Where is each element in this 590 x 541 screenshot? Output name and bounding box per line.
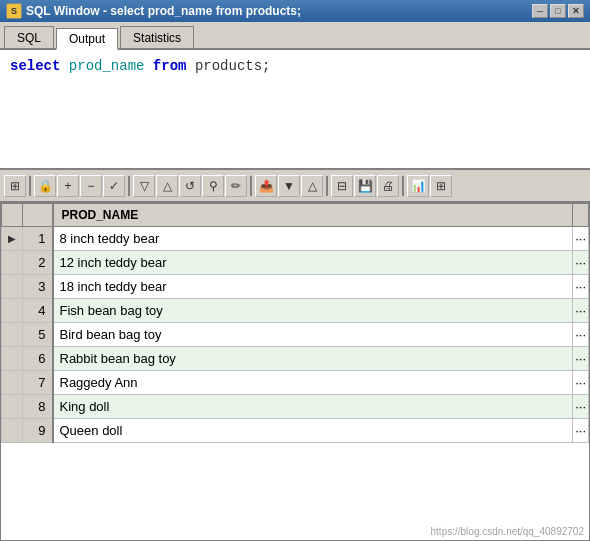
toolbar-sep-5 [402,176,404,196]
toolbar-table-button[interactable]: ⊞ [430,175,452,197]
sql-keyword-from: from [153,58,187,74]
toolbar-add-button[interactable]: + [57,175,79,197]
row-number: 1 [23,227,53,251]
app-icon: S [6,3,22,19]
prod-name-cell: 18 inch teddy bear [53,275,573,299]
maximize-button[interactable]: □ [550,4,566,18]
window-controls: ─ □ ✕ [532,4,584,18]
prod-name-header: PROD_NAME [53,204,573,227]
toolbar-print-button[interactable]: 🖨 [377,175,399,197]
row-ellipsis[interactable]: ··· [573,251,589,275]
table-row[interactable]: 5Bird bean bag toy··· [2,323,589,347]
row-ellipsis[interactable]: ··· [573,275,589,299]
tab-bar: SQL Output Statistics [0,22,590,50]
row-indicator [2,395,23,419]
row-indicator [2,323,23,347]
row-number: 9 [23,419,53,443]
prod-name-cell: Rabbit bean bag toy [53,347,573,371]
main-content: SQL Output Statistics select prod_name f… [0,22,590,541]
toolbar-chart-button[interactable]: 📊 [407,175,429,197]
toolbar-grid-button[interactable]: ⊞ [4,175,26,197]
prod-name-cell: Bird bean bag toy [53,323,573,347]
row-ellipsis[interactable]: ··· [573,299,589,323]
window-title: SQL Window - select prod_name from produ… [26,4,532,18]
results-table-container[interactable]: PROD_NAME ▶18 inch teddy bear···212 inch… [0,202,590,541]
table-row[interactable]: 9Queen doll··· [2,419,589,443]
tab-sql[interactable]: SQL [4,26,54,48]
toolbar-export-button[interactable]: 📤 [255,175,277,197]
tab-output[interactable]: Output [56,28,118,50]
row-ellipsis[interactable]: ··· [573,371,589,395]
row-number: 3 [23,275,53,299]
row-indicator [2,251,23,275]
close-button[interactable]: ✕ [568,4,584,18]
toolbar-filter-down-button[interactable]: ▽ [133,175,155,197]
prod-name-cell: 12 inch teddy bear [53,251,573,275]
toolbar-undo-button[interactable]: ↺ [179,175,201,197]
row-number: 5 [23,323,53,347]
toolbar-sort-button[interactable]: △ [301,175,323,197]
prod-name-cell: Fish bean bag toy [53,299,573,323]
table-row[interactable]: 318 inch teddy bear··· [2,275,589,299]
row-ellipsis[interactable]: ··· [573,395,589,419]
table-row[interactable]: 4Fish bean bag toy··· [2,299,589,323]
table-row[interactable]: 7Raggedy Ann··· [2,371,589,395]
results-table: PROD_NAME ▶18 inch teddy bear···212 inch… [1,203,589,443]
toolbar-find-button[interactable]: ⚲ [202,175,224,197]
sql-editor[interactable]: select prod_name from products; [0,50,590,170]
toolbar-sep-2 [128,176,130,196]
row-indicator [2,299,23,323]
row-ellipsis[interactable]: ··· [573,419,589,443]
toolbar-filter-up-button[interactable]: △ [156,175,178,197]
table-row[interactable]: 6Rabbit bean bag toy··· [2,347,589,371]
toolbar-save-button[interactable]: 💾 [354,175,376,197]
row-indicator [2,275,23,299]
title-bar: S SQL Window - select prod_name from pro… [0,0,590,22]
table-row[interactable]: 212 inch teddy bear··· [2,251,589,275]
table-row[interactable]: ▶18 inch teddy bear··· [2,227,589,251]
row-indicator [2,347,23,371]
row-number: 8 [23,395,53,419]
toolbar-sep-3 [250,176,252,196]
toolbar-filter2-button[interactable]: ▼ [278,175,300,197]
row-number: 4 [23,299,53,323]
prod-name-cell: 8 inch teddy bear [53,227,573,251]
watermark: https://blog.csdn.net/qq_40892702 [431,526,584,537]
sql-table-name: products; [195,58,271,74]
minimize-button[interactable]: ─ [532,4,548,18]
toolbar-remove-button[interactable]: − [80,175,102,197]
row-ellipsis[interactable]: ··· [573,347,589,371]
table-row[interactable]: 8King doll··· [2,395,589,419]
toolbar-sep-4 [326,176,328,196]
toolbar-check-button[interactable]: ✓ [103,175,125,197]
table-header-row: PROD_NAME [2,204,589,227]
row-number: 6 [23,347,53,371]
indicator-header [2,204,23,227]
toolbar-group-1: ⊞ 🔒 + − ✓ ▽ △ ↺ ⚲ ✏ 📤 ▼ △ ⊟ 💾 🖨 📊 ⊞ [4,175,452,197]
toolbar: ⊞ 🔒 + − ✓ ▽ △ ↺ ⚲ ✏ 📤 ▼ △ ⊟ 💾 🖨 📊 ⊞ [0,170,590,202]
prod-name-cell: Queen doll [53,419,573,443]
rownum-header [23,204,53,227]
row-indicator [2,419,23,443]
prod-name-cell: Raggedy Ann [53,371,573,395]
row-indicator [2,371,23,395]
ellipsis-header [573,204,589,227]
toolbar-sep-1 [29,176,31,196]
toolbar-group-button[interactable]: ⊟ [331,175,353,197]
toolbar-lock-button[interactable]: 🔒 [34,175,56,197]
row-number: 7 [23,371,53,395]
toolbar-clear-button[interactable]: ✏ [225,175,247,197]
row-ellipsis[interactable]: ··· [573,323,589,347]
sql-keyword-select: select [10,58,60,74]
sql-field: prod_name [69,58,145,74]
tab-statistics[interactable]: Statistics [120,26,194,48]
row-indicator: ▶ [2,227,23,251]
row-ellipsis[interactable]: ··· [573,227,589,251]
row-number: 2 [23,251,53,275]
prod-name-cell: King doll [53,395,573,419]
